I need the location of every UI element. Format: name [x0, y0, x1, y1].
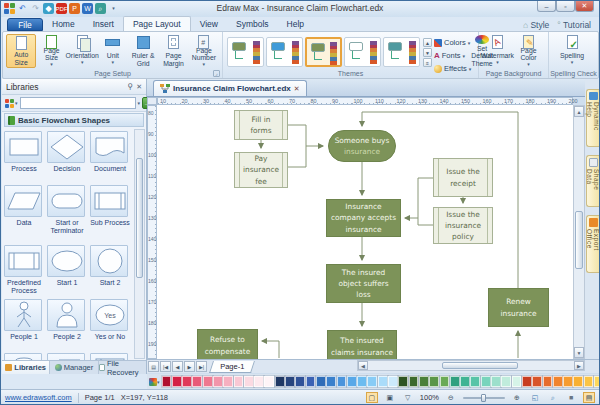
last-page-button[interactable]: ▶|	[196, 361, 207, 372]
color-swatch[interactable]	[203, 376, 213, 387]
node-someone-buys-insurance[interactable]: Someone buysinsurance	[328, 130, 396, 162]
color-swatch[interactable]	[378, 376, 388, 387]
next-page-button[interactable]: ▶	[184, 361, 195, 372]
scroll-right-icon[interactable]: ▶	[574, 361, 584, 370]
color-swatch[interactable]	[573, 376, 583, 387]
color-swatch[interactable]	[357, 376, 367, 387]
color-swatch[interactable]	[275, 376, 285, 387]
color-swatch[interactable]	[491, 376, 501, 387]
color-swatch[interactable]	[522, 376, 532, 387]
side-tab-dynamic-help[interactable]: Dynamic Help	[586, 89, 599, 147]
color-swatch[interactable]	[316, 376, 326, 387]
node-issue-the-insurance-policy[interactable]: Issue the insurance policy	[433, 207, 493, 244]
page-number-button[interactable]: # Page Number▾	[189, 34, 219, 68]
node-refuse-to-compensate[interactable]: Refuse to compensate	[197, 329, 258, 359]
horizontal-scrollbar-thumb[interactable]	[442, 362, 518, 369]
tab-view[interactable]: View	[191, 17, 227, 31]
page-setup-dialog-launcher[interactable]: ⌟	[213, 70, 220, 77]
tab-home[interactable]: Home	[43, 17, 84, 31]
connector-issue-bracket[interactable]	[418, 178, 433, 225]
panel-tab-manager[interactable]: Manager	[50, 361, 98, 374]
tab-insert[interactable]: Insert	[84, 17, 123, 31]
color-swatch[interactable]	[532, 376, 542, 387]
restore-button[interactable]: ▫	[556, 1, 575, 12]
zoom-area-button[interactable]: ⌕	[547, 392, 559, 403]
color-swatch[interactable]	[285, 376, 295, 387]
panel-tab-file-recovery[interactable]: File Recovery	[99, 361, 146, 374]
scroll-left-icon[interactable]: ◀	[358, 361, 368, 370]
help-pane-button[interactable]: ▤	[583, 392, 595, 403]
color-swatch[interactable]	[264, 376, 274, 387]
page-tab[interactable]: Page-1	[209, 361, 255, 373]
color-swatch[interactable]	[450, 376, 460, 387]
color-swatch[interactable]	[182, 376, 192, 387]
library-search-input[interactable]	[20, 97, 136, 109]
shape-people-2[interactable]: People 2	[47, 299, 87, 341]
color-swatch[interactable]	[501, 376, 511, 387]
color-swatch[interactable]	[470, 376, 480, 387]
node-fill-in-forms[interactable]: Fill in forms	[234, 110, 288, 140]
canvas[interactable]: Fill in forms Pay insurance fee Someone …	[157, 105, 573, 359]
color-swatch[interactable]	[553, 376, 563, 387]
color-swatch[interactable]	[306, 376, 316, 387]
theme-colors-button[interactable]: Colors▾	[434, 37, 471, 48]
quick-color-button[interactable]: ▾	[149, 378, 160, 386]
scroll-up-icon[interactable]: ▲	[574, 106, 584, 117]
side-tab-export-office[interactable]: Export Office	[586, 215, 599, 273]
theme-thumbnail-4[interactable]	[344, 37, 381, 67]
tab-help[interactable]: Help	[278, 17, 313, 31]
first-page-button[interactable]: |◀	[160, 361, 171, 372]
document-tab-close-icon[interactable]: ✕	[294, 85, 300, 93]
side-tab-shape-data[interactable]: Shape Data	[586, 155, 599, 207]
color-swatch[interactable]	[429, 376, 439, 387]
panel-close-icon[interactable]: ✕	[136, 83, 142, 91]
style-menu[interactable]: ⌂ Style	[523, 20, 549, 30]
library-scrollbar-thumb[interactable]	[136, 158, 143, 278]
color-swatch[interactable]	[172, 376, 182, 387]
watermark-button[interactable]: A Watermark▾	[482, 34, 513, 68]
library-menu-button[interactable]: ▾	[5, 99, 18, 108]
spelling-button[interactable]: ✓ Spelling▾	[552, 34, 592, 68]
auto-size-button[interactable]: Auto Size	[6, 34, 36, 68]
color-swatch[interactable]	[192, 376, 202, 387]
theme-thumbnail-3[interactable]	[305, 37, 342, 67]
theme-more-icon[interactable]: ≡	[423, 58, 432, 67]
color-swatch[interactable]	[481, 376, 491, 387]
shape-yes-or-no[interactable]: Yes Yes or No	[90, 299, 130, 341]
horizontal-scrollbar[interactable]: ◀ ▶	[357, 360, 585, 371]
theme-thumbnail-1[interactable]	[227, 37, 264, 67]
minimize-button[interactable]: –	[537, 1, 556, 12]
tutorial-menu[interactable]: ° Tutorial	[557, 20, 591, 30]
node-pay-insurance-fee[interactable]: Pay insurance fee	[234, 152, 288, 188]
normal-view-button[interactable]: ▢	[366, 392, 378, 403]
page-margin-button[interactable]: Page Margin	[158, 34, 188, 68]
pin-icon[interactable]: ⚲	[127, 82, 133, 91]
color-swatch[interactable]	[337, 376, 347, 387]
color-swatch[interactable]	[584, 376, 594, 387]
library-section-header[interactable]: Basic Flowchart Shapes	[4, 113, 144, 127]
shape-start-2[interactable]: Start 2	[90, 245, 130, 287]
orientation-button[interactable]: Orientation▾	[67, 34, 98, 68]
shape-database[interactable]	[4, 353, 44, 360]
theme-scroll-up-icon[interactable]: ▲	[423, 38, 432, 47]
color-swatch[interactable]	[347, 376, 357, 387]
zoom-slider[interactable]	[463, 397, 505, 399]
color-swatch[interactable]	[295, 376, 305, 387]
page-size-button[interactable]: Page Size▾	[36, 34, 66, 68]
search-dropdown-icon[interactable]: ▾	[138, 100, 141, 106]
page-color-button[interactable]: ✎ Page Color▾	[513, 34, 544, 68]
shape-sub-process[interactable]: Sub Process	[90, 185, 130, 227]
page-list-icon[interactable]: ▤	[148, 361, 159, 372]
color-swatch[interactable]	[213, 376, 223, 387]
zoom-out-icon[interactable]: ⊖	[445, 392, 457, 403]
theme-thumbnail-5[interactable]	[383, 37, 420, 67]
node-issue-the-receipt[interactable]: Issue the receipt	[433, 158, 493, 197]
shape-people-1[interactable]: People 1	[4, 299, 44, 341]
node-renew-insurance[interactable]: Renew insurance	[488, 288, 549, 327]
file-button[interactable]: File	[7, 18, 43, 31]
color-swatch[interactable]	[326, 376, 336, 387]
color-swatch[interactable]	[563, 376, 573, 387]
ruler-grid-button[interactable]: Ruler & Grid	[128, 34, 158, 68]
zoom-in-icon[interactable]: ⊕	[511, 392, 523, 403]
node-insured-claims-insurance[interactable]: The insured claims insurance	[327, 330, 397, 359]
